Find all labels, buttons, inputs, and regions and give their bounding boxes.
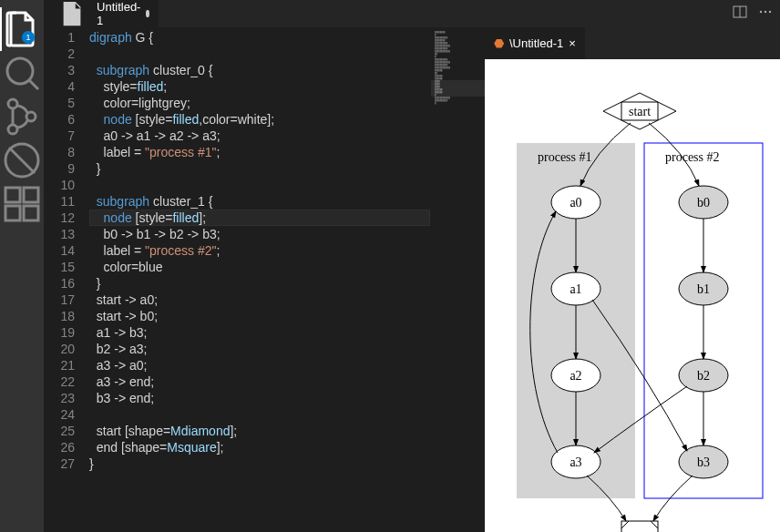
code-content[interactable]: digraph G { subgraph cluster_0 { style=f… <box>89 27 430 532</box>
node-b3: b3 <box>679 445 728 478</box>
preview-tab-bar: ⬣ \Untitled-1 × <box>485 27 780 59</box>
svg-point-10 <box>760 11 762 13</box>
node-a2: a2 <box>551 359 600 392</box>
svg-text:a2: a2 <box>570 369 581 383</box>
svg-rect-7 <box>24 206 38 220</box>
svg-rect-8 <box>24 188 38 202</box>
svg-text:start: start <box>629 105 651 118</box>
editor-area: 1234567891011121314151617181920212223242… <box>44 27 780 532</box>
preview-tab[interactable]: ⬣ \Untitled-1 × <box>485 27 585 59</box>
split-editor-icon[interactable] <box>733 5 747 23</box>
svg-point-11 <box>765 11 766 13</box>
search-icon[interactable] <box>0 51 44 95</box>
explorer-badge: 1 <box>22 31 35 44</box>
dirty-indicator <box>146 10 149 17</box>
minimap[interactable]: ████████████████████████████████████████… <box>430 27 485 532</box>
svg-point-3 <box>26 112 36 121</box>
graph-svg: process #1 process #2 start a0 <box>485 59 780 532</box>
graph-canvas: process #1 process #2 start a0 <box>485 59 780 532</box>
svg-text:a3: a3 <box>570 455 581 469</box>
activity-bar: 1 <box>0 0 44 532</box>
svg-text:a1: a1 <box>570 282 581 296</box>
preview-pane: ⬣ \Untitled-1 × process #1 process #2 <box>485 27 780 532</box>
more-actions-icon[interactable] <box>758 5 773 23</box>
node-start: start <box>603 93 676 129</box>
svg-point-1 <box>8 99 17 108</box>
cluster1-label: process #1 <box>538 150 592 164</box>
svg-point-12 <box>769 11 771 13</box>
debug-icon[interactable] <box>0 138 44 182</box>
node-a0: a0 <box>551 186 600 219</box>
svg-text:b0: b0 <box>697 196 710 210</box>
line-number-gutter: 1234567891011121314151617181920212223242… <box>44 27 89 532</box>
source-control-icon[interactable] <box>0 95 44 138</box>
node-b0: b0 <box>679 186 728 219</box>
preview-tab-title: \Untitled-1 <box>509 36 563 50</box>
svg-text:a0: a0 <box>570 196 581 210</box>
explorer-icon[interactable]: 1 <box>0 7 44 51</box>
graphviz-icon: ⬣ <box>494 36 504 50</box>
editor-tab-actions <box>725 0 780 27</box>
node-a3: a3 <box>551 445 600 478</box>
svg-text:b3: b3 <box>697 455 710 469</box>
editor-tab-bar: Untitled-1 <box>44 0 780 27</box>
close-icon[interactable]: × <box>569 36 576 50</box>
main-area: Untitled-1 12345678910111213141516171819… <box>44 0 780 532</box>
svg-rect-6 <box>5 206 20 220</box>
svg-point-2 <box>8 125 17 134</box>
minimap-slider[interactable] <box>431 80 485 97</box>
extensions-icon[interactable] <box>0 182 44 226</box>
svg-text:b1: b1 <box>697 282 710 296</box>
svg-point-0 <box>7 58 33 84</box>
node-end: end <box>621 521 658 532</box>
svg-rect-5 <box>5 188 20 202</box>
editor-tab[interactable]: Untitled-1 <box>44 0 159 27</box>
file-icon <box>53 0 91 27</box>
code-editor[interactable]: 1234567891011121314151617181920212223242… <box>44 27 485 532</box>
svg-text:b2: b2 <box>697 369 710 383</box>
editor-tab-title: Untitled-1 <box>97 0 140 27</box>
cluster2-label: process #2 <box>665 150 720 164</box>
node-b1: b1 <box>679 272 728 305</box>
